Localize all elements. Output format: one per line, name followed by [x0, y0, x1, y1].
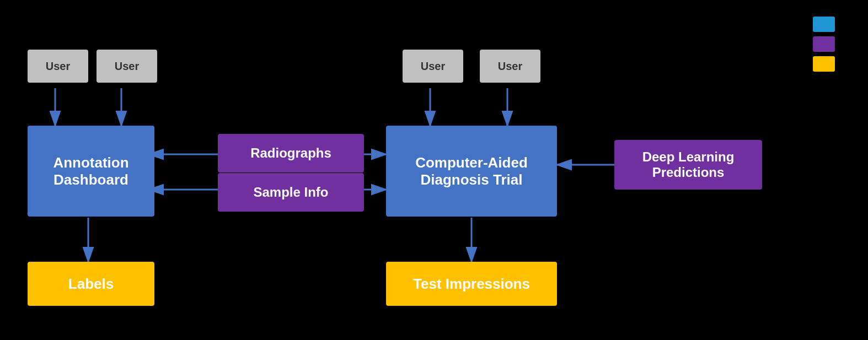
computer-aided-box: Computer-Aided Diagnosis Trial: [386, 126, 557, 217]
user1-box: User: [28, 50, 88, 83]
labels-label: Labels: [68, 276, 114, 293]
diagram-container: User User Annotation Dashboard Radiograp…: [0, 0, 868, 340]
deep-learning-box: Deep Learning Predictions: [614, 140, 762, 190]
legend-item-blue: [813, 17, 835, 32]
test-impressions-label: Test Impressions: [413, 276, 530, 293]
annotation-dashboard-box: Annotation Dashboard: [28, 126, 154, 217]
user3-label: User: [421, 60, 445, 73]
legend-color-blue: [813, 17, 835, 32]
sample-info-label: Sample Info: [253, 185, 328, 200]
user2-label: User: [115, 60, 139, 73]
user4-label: User: [498, 60, 522, 73]
radiographs-label: Radiographs: [250, 145, 331, 161]
user4-box: User: [480, 50, 540, 83]
legend-item-purple: [813, 36, 835, 52]
user1-label: User: [46, 60, 70, 73]
legend: [813, 17, 835, 72]
radiographs-box: Radiographs: [218, 134, 364, 172]
legend-color-purple: [813, 36, 835, 52]
legend-color-yellow: [813, 56, 835, 72]
test-impressions-box: Test Impressions: [386, 262, 557, 306]
annotation-dashboard-label: Annotation Dashboard: [53, 154, 128, 188]
legend-item-yellow: [813, 56, 835, 72]
deep-learning-label: Deep Learning Predictions: [642, 149, 735, 180]
user2-box: User: [97, 50, 157, 83]
sample-info-box: Sample Info: [218, 173, 364, 212]
labels-box: Labels: [28, 262, 154, 306]
computer-aided-label: Computer-Aided Diagnosis Trial: [415, 154, 528, 188]
user3-box: User: [403, 50, 463, 83]
